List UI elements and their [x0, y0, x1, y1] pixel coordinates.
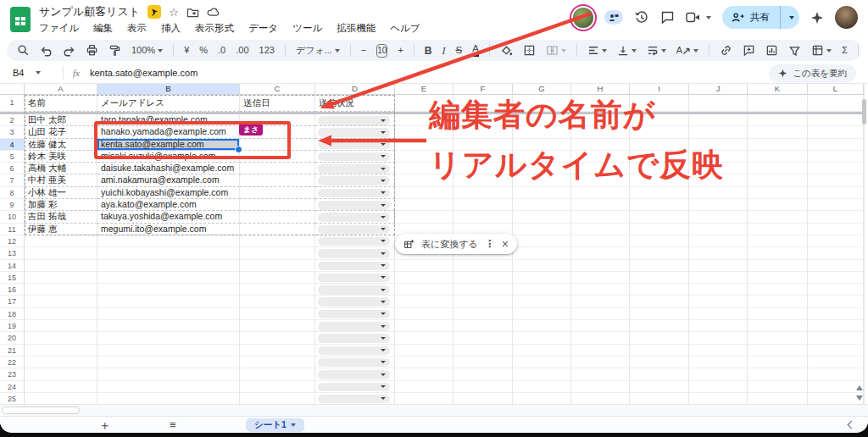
scroll-down-arrow[interactable] [856, 396, 863, 404]
cell-D17[interactable] [315, 296, 395, 307]
cell-B4[interactable]: kenta.sato@example.com [97, 139, 240, 151]
status-dropdown-chip[interactable] [318, 395, 390, 404]
star-icon[interactable]: ☆ [169, 7, 179, 18]
cell-C7[interactable] [240, 174, 315, 186]
cell-K19[interactable] [748, 320, 808, 332]
cell-G23[interactable] [513, 368, 571, 380]
decrease-decimal-button[interactable]: .0 [218, 46, 225, 55]
cell-D8[interactable] [315, 187, 395, 199]
status-dropdown-chip[interactable] [318, 213, 390, 222]
cell-G21[interactable] [513, 345, 571, 357]
cell-E18[interactable] [395, 308, 453, 320]
status-dropdown-chip[interactable] [318, 285, 390, 295]
cell-K18[interactable] [748, 308, 808, 320]
cell-L23[interactable] [808, 368, 864, 380]
menu-item-8[interactable]: ヘルプ [390, 22, 420, 35]
cell-J21[interactable] [689, 345, 748, 357]
vertical-align-button[interactable] [617, 45, 637, 56]
column-header-C[interactable]: C [240, 84, 315, 95]
cell-K25[interactable] [748, 393, 808, 405]
insert-comment-icon[interactable] [743, 44, 755, 57]
cell-K4[interactable] [748, 139, 808, 151]
share-button[interactable]: 共有 [722, 6, 799, 29]
row-header-14[interactable]: 14 [0, 260, 25, 272]
cell-I18[interactable] [630, 308, 689, 320]
cell-E10[interactable] [395, 211, 453, 223]
cell-B9[interactable]: aya.kato@example.com [97, 199, 240, 211]
add-sheet-button[interactable]: ＋ [98, 418, 111, 431]
cell-F22[interactable] [453, 357, 513, 368]
row-header-11[interactable]: 11 [0, 224, 25, 235]
status-dropdown-chip[interactable] [318, 297, 390, 307]
share-dropdown[interactable] [780, 6, 799, 29]
cell-E22[interactable] [395, 357, 453, 368]
cell-E9[interactable] [395, 199, 453, 211]
cell-D14[interactable] [315, 260, 395, 272]
cell-F20[interactable] [453, 332, 513, 344]
cell-D10[interactable] [315, 211, 395, 223]
cell-K21[interactable] [748, 345, 808, 357]
cell-D6[interactable] [315, 163, 395, 174]
cell-H22[interactable] [571, 357, 630, 368]
status-dropdown-chip[interactable] [318, 237, 390, 246]
comments-icon[interactable] [660, 10, 675, 25]
column-header-D[interactable]: D [315, 84, 395, 95]
cell-B6[interactable]: daisuke.takahashi@example.com [97, 163, 240, 174]
meet-call-control[interactable] [686, 12, 711, 23]
cell-K9[interactable] [748, 199, 808, 211]
cell-C9[interactable] [240, 199, 315, 211]
cell-H10[interactable] [571, 211, 630, 223]
cell-A3[interactable]: 山田 花子 [25, 126, 97, 138]
cell-J24[interactable] [689, 381, 748, 393]
status-dropdown-chip[interactable] [318, 116, 390, 125]
cell-C25[interactable] [240, 393, 315, 405]
cell-H23[interactable] [571, 368, 630, 380]
menu-item-7[interactable]: 拡張機能 [337, 22, 376, 35]
cell-H18[interactable] [571, 308, 630, 320]
cell-B21[interactable] [97, 345, 240, 357]
menu-item-2[interactable]: 表示 [127, 22, 147, 35]
cell-C16[interactable] [240, 284, 315, 296]
cell-D3[interactable] [315, 126, 395, 138]
cell-A6[interactable]: 高橋 大輔 [25, 163, 97, 174]
cell-C10[interactable] [240, 211, 315, 223]
cell-I13[interactable] [630, 247, 689, 259]
cell-L22[interactable] [808, 357, 864, 368]
row-header-13[interactable]: 13 [0, 247, 25, 259]
cell-A17[interactable] [25, 296, 97, 307]
horizontal-scrollbar-thumb[interactable] [2, 407, 80, 414]
redo-icon[interactable] [63, 45, 75, 57]
status-dropdown-chip[interactable] [318, 225, 390, 235]
cell-L7[interactable] [808, 174, 864, 186]
cell-D1[interactable]: 送信状況 [315, 95, 395, 112]
cell-G14[interactable] [513, 260, 571, 272]
cell-A5[interactable]: 鈴木 美咲 [25, 151, 97, 163]
borders-icon[interactable] [523, 44, 536, 57]
cell-J13[interactable] [689, 247, 748, 259]
cell-B7[interactable]: ami.nakamura@example.com [97, 174, 240, 186]
print-icon[interactable] [86, 44, 98, 57]
cell-H11[interactable] [571, 224, 630, 235]
cell-D5[interactable] [315, 151, 395, 163]
cell-D2[interactable] [315, 114, 395, 126]
cell-H21[interactable] [571, 345, 630, 357]
cell-K11[interactable] [748, 224, 808, 235]
cell-F19[interactable] [453, 320, 513, 332]
column-header-A[interactable]: A [25, 84, 97, 95]
cell-F15[interactable] [453, 272, 513, 284]
menu-item-6[interactable]: ツール [292, 22, 322, 35]
cell-J15[interactable] [689, 272, 748, 284]
cell-D23[interactable] [315, 368, 395, 380]
cell-A11[interactable]: 伊藤 恵 [25, 224, 97, 235]
cell-B23[interactable] [97, 368, 240, 380]
menu-item-4[interactable]: 表示形式 [195, 22, 234, 35]
cell-C1[interactable]: 送信日 [240, 95, 315, 112]
cell-B15[interactable] [97, 272, 240, 284]
cell-D16[interactable] [315, 284, 395, 296]
cell-J17[interactable] [689, 296, 748, 307]
cell-I14[interactable] [630, 260, 689, 272]
status-dropdown-chip[interactable] [318, 370, 390, 379]
menu-item-3[interactable]: 挿入 [161, 22, 181, 35]
user-avatar[interactable] [835, 6, 858, 29]
cell-C11[interactable] [240, 224, 315, 235]
